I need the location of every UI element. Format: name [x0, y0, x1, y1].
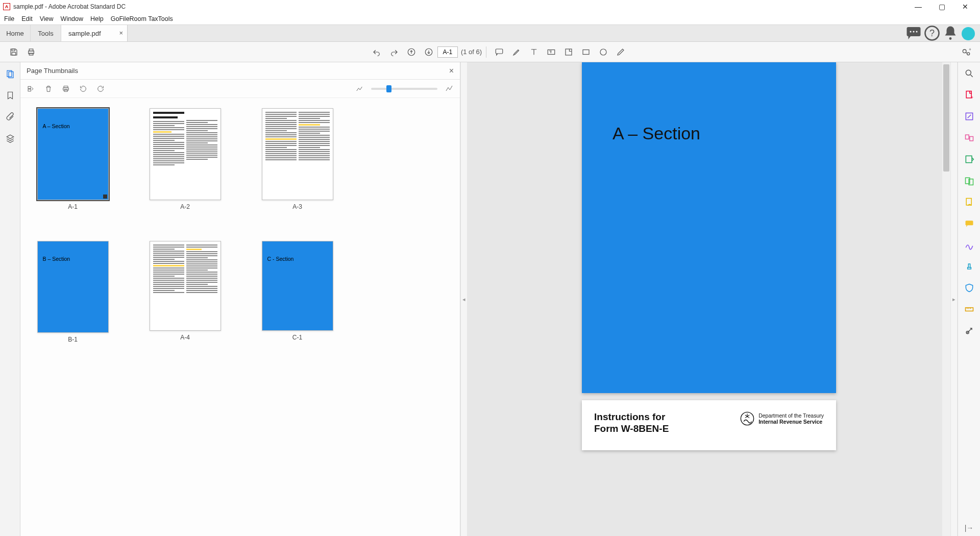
circle-icon[interactable] — [595, 43, 612, 61]
thumbnail-item[interactable]: B – Section B-1 — [36, 241, 110, 343]
draw-icon[interactable] — [612, 43, 629, 61]
thumbnail-item[interactable]: C - Section C-1 — [260, 241, 334, 343]
window-close-button[interactable]: ✕ — [953, 0, 977, 13]
svg-point-3 — [916, 31, 918, 33]
combine-tool-icon[interactable] — [963, 175, 975, 187]
main-toolbar: (1 of 6) + — [0, 42, 980, 62]
tab-home[interactable]: Home — [0, 25, 31, 41]
textbox-icon[interactable] — [543, 43, 560, 61]
vertical-scrollbar[interactable] — [942, 62, 950, 536]
svg-point-27 — [966, 70, 971, 75]
tab-tools[interactable]: Tools — [31, 25, 61, 41]
thumbnail-item[interactable]: A-4 — [148, 241, 222, 343]
svg-rect-25 — [28, 89, 31, 91]
export-pdf-tool-icon[interactable] — [963, 132, 975, 144]
thumbnail-page[interactable]: C - Section — [262, 241, 333, 331]
rail-collapse-icon[interactable]: |→ — [965, 524, 974, 532]
protect-tool-icon[interactable] — [963, 282, 975, 294]
svg-rect-15 — [548, 50, 555, 54]
thumbnail-page[interactable]: B – Section — [37, 241, 109, 333]
thumbnail-page[interactable] — [262, 108, 333, 200]
layers-rail-icon[interactable] — [5, 133, 16, 144]
thumb-zoom-out-icon[interactable] — [354, 83, 365, 94]
left-splitter[interactable]: ◂ — [460, 62, 468, 536]
account-avatar[interactable] — [962, 27, 975, 40]
svg-text:+: + — [971, 95, 973, 100]
note-icon[interactable] — [560, 43, 577, 61]
thumb-print-icon[interactable] — [60, 83, 71, 94]
redo-button[interactable] — [385, 43, 403, 61]
thumb-size-slider[interactable] — [371, 88, 437, 90]
thumbnail-item[interactable]: A – Section A-1 — [36, 108, 110, 210]
attachments-rail-icon[interactable] — [5, 111, 16, 123]
undo-button[interactable] — [368, 43, 385, 61]
tab-document[interactable]: sample.pdf × — [61, 25, 128, 41]
svg-rect-14 — [496, 49, 503, 54]
thumbnails-panel-close[interactable]: × — [449, 66, 454, 76]
thumb-rotate-cw-icon[interactable] — [95, 83, 106, 94]
search-tool-icon[interactable] — [963, 67, 975, 80]
menu-view[interactable]: View — [39, 14, 59, 23]
svg-text:+: + — [969, 47, 971, 52]
thumbnail-page[interactable] — [150, 241, 221, 331]
right-rail: + |→ — [958, 62, 980, 536]
thumb-rotate-ccw-icon[interactable] — [78, 83, 89, 94]
svg-rect-17 — [583, 50, 589, 54]
thumbnails-rail-icon[interactable] — [5, 68, 16, 80]
menu-help[interactable]: Help — [89, 14, 109, 23]
tab-document-close[interactable]: × — [119, 29, 123, 37]
svg-rect-11 — [29, 53, 33, 55]
right-splitter[interactable]: ▸ — [950, 62, 958, 536]
comment-tool-icon[interactable] — [963, 217, 975, 230]
thumb-zoom-in-icon[interactable] — [444, 83, 455, 94]
create-pdf-tool-icon[interactable]: + — [963, 89, 975, 101]
rectangle-icon[interactable] — [577, 43, 595, 61]
stamp-tool-icon[interactable] — [963, 260, 975, 273]
thumb-options-icon[interactable] — [26, 83, 37, 94]
more-tools-icon[interactable] — [963, 325, 975, 337]
thumbnail-section-text: C - Section — [262, 241, 294, 262]
menu-file[interactable]: File — [3, 14, 19, 23]
menu-window[interactable]: Window — [60, 14, 88, 23]
share-button[interactable]: + — [958, 43, 975, 61]
thumbnail-page[interactable]: A – Section — [37, 108, 109, 200]
highlight-icon[interactable] — [508, 43, 525, 61]
organize-tool-icon[interactable] — [963, 153, 975, 165]
irs-seal-icon — [740, 411, 754, 426]
page-input[interactable] — [437, 46, 458, 58]
notifications-icon[interactable] — [941, 25, 960, 41]
comment-icon[interactable] — [491, 43, 508, 61]
fill-sign-tool-icon[interactable] — [963, 196, 975, 208]
print-button[interactable] — [22, 43, 40, 61]
svg-rect-31 — [965, 135, 969, 139]
svg-text:?: ? — [929, 28, 935, 38]
edit-pdf-tool-icon[interactable] — [963, 110, 975, 123]
thumb-delete-icon[interactable] — [43, 83, 54, 94]
thumbnail-label: B-1 — [68, 336, 78, 343]
svg-rect-10 — [29, 49, 33, 51]
menu-gofileroom[interactable]: GoFileRoom TaxTools — [110, 14, 178, 23]
text-icon[interactable] — [525, 43, 543, 61]
thumbnail-section-text: B – Section — [38, 241, 70, 262]
thumbnail-item[interactable]: A-2 — [148, 108, 222, 210]
download-button[interactable] — [420, 43, 437, 61]
document-view[interactable]: A – Section Instructions for Form W-8BEN… — [468, 62, 950, 536]
menu-edit[interactable]: Edit — [20, 14, 38, 23]
thumbnail-item[interactable]: A-3 — [260, 108, 334, 210]
left-rail — [0, 62, 20, 536]
bookmarks-rail-icon[interactable] — [5, 90, 16, 101]
window-maximize-button[interactable]: ▢ — [930, 0, 953, 13]
upload-button[interactable] — [403, 43, 420, 61]
save-button[interactable] — [5, 43, 22, 61]
thumbnail-section-text: A – Section — [38, 109, 70, 129]
sign-tool-icon[interactable] — [963, 239, 975, 251]
thumbnails-panel: Page Thumbnails × — [20, 62, 460, 536]
thumbnail-page[interactable] — [150, 108, 221, 200]
thumbnail-label: A-3 — [292, 203, 302, 210]
svg-rect-38 — [965, 308, 973, 311]
chat-icon[interactable] — [904, 25, 923, 41]
measure-tool-icon[interactable] — [963, 303, 975, 315]
help-icon[interactable]: ? — [923, 25, 941, 41]
page-a1: A – Section — [582, 62, 836, 393]
window-minimize-button[interactable]: — — [906, 0, 930, 13]
